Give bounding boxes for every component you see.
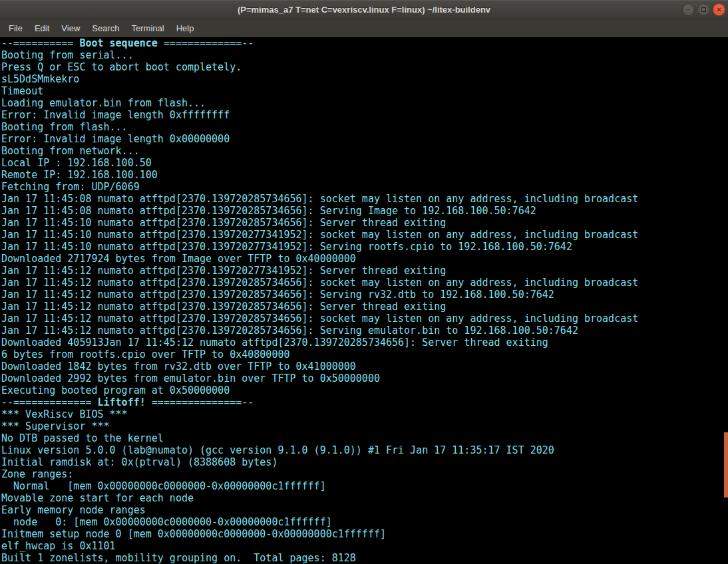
terminal-line: Loading emulator.bin from flash...	[0, 97, 728, 109]
terminal-line: Jan 17 11:45:12 numato atftpd[2370.13972…	[0, 277, 728, 289]
titlebar[interactable]: (P=mimas_a7 T=net C=vexriscv.linux F=lin…	[0, 0, 728, 19]
terminal-line: Early memory node ranges	[0, 504, 728, 516]
terminal-line: --============= Liftoff! ===============…	[0, 396, 728, 408]
terminal-line: Movable zone start for each node	[0, 492, 728, 504]
terminal-line: Jan 17 11:45:12 numato atftpd[2370.13972…	[0, 313, 728, 325]
window-controls: −✕	[682, 3, 725, 16]
terminal-line: Error: Invalid image length 0x00000000	[0, 133, 728, 145]
close-button[interactable]: ✕	[713, 3, 725, 16]
terminal-line: Local IP : 192.168.100.50	[0, 157, 728, 169]
terminal-line: Jan 17 11:45:10 numato atftpd[2370.13972…	[0, 241, 728, 253]
terminal-line: *** Supervisor ***	[0, 420, 728, 432]
terminal-line: Built 1 zonelists, mobility grouping on.…	[0, 552, 728, 564]
terminal-line: Fetching from: UDP/6069	[0, 181, 728, 193]
terminal-line: node 0: [mem 0x00000000c0000000-0x000000…	[0, 516, 728, 528]
terminal-line: sL5DdSMmkekro	[0, 73, 728, 85]
menu-item-edit[interactable]: Edit	[29, 20, 55, 37]
terminal-line: Downloaded 2717924 bytes from Image over…	[0, 253, 728, 265]
terminal-line: Jan 17 11:45:08 numato atftpd[2370.13972…	[0, 205, 728, 217]
terminal-line: Jan 17 11:45:12 numato atftpd[2370.13972…	[0, 265, 728, 277]
menu-item-search[interactable]: Search	[86, 20, 125, 37]
terminal-line: Jan 17 11:45:12 numato atftpd[2370.13972…	[0, 301, 728, 313]
terminal-line: elf_hwcap is 0x1101	[0, 540, 728, 552]
terminal-line: Downloaded 2992 bytes from emulator.bin …	[0, 372, 728, 384]
terminal-line: No DTB passed to the kernel	[0, 432, 728, 444]
scrollbar-thumb[interactable]	[724, 432, 728, 497]
terminal-line: Remote IP: 192.168.100.100	[0, 169, 728, 181]
terminal-output[interactable]: --========== Boot sequence =============…	[0, 37, 728, 564]
terminal-line: Press Q or ESC to abort boot completely.	[0, 61, 728, 73]
terminal-line: Downloaded 405913Jan 17 11:45:12 numato …	[0, 337, 728, 349]
terminal-line: Booting from serial...	[0, 49, 728, 61]
terminal-line: Executing booted program at 0x50000000	[0, 384, 728, 396]
menu-item-file[interactable]: File	[3, 20, 29, 37]
terminal-line: Booting from network...	[0, 145, 728, 157]
close-icon: ✕	[716, 7, 721, 13]
terminal-line: --========== Boot sequence =============…	[0, 37, 728, 49]
minimize-button[interactable]: −	[682, 3, 695, 16]
terminal-line: Jan 17 11:45:10 numato atftpd[2370.13972…	[0, 217, 728, 229]
minimize-icon: −	[687, 7, 691, 13]
terminal-line: Error: Invalid image length 0xffffffff	[0, 109, 728, 121]
terminal-line: Timeout	[0, 85, 728, 97]
menubar: FileEditViewSearchTerminalHelp	[0, 19, 728, 37]
terminal-lines: --========== Boot sequence =============…	[0, 37, 728, 564]
window-title: (P=mimas_a7 T=net C=vexriscv.linux F=lin…	[0, 5, 728, 15]
terminal-line: Zone ranges:	[0, 468, 728, 480]
terminal-line: Booting from flash...	[0, 121, 728, 133]
terminal-line: Jan 17 11:45:08 numato atftpd[2370.13972…	[0, 193, 728, 205]
menu-item-help[interactable]: Help	[170, 20, 200, 37]
terminal-line: Downloaded 1842 bytes from rv32.dtb over…	[0, 360, 728, 372]
menu-item-view[interactable]: View	[55, 20, 86, 37]
terminal-line: Normal [mem 0x00000000c0000000-0x0000000…	[0, 480, 728, 492]
maximize-icon	[701, 7, 706, 12]
terminal-line: Linux version 5.0.0 (lab@numato) (gcc ve…	[0, 444, 728, 456]
terminal-line: Jan 17 11:45:12 numato atftpd[2370.13972…	[0, 289, 728, 301]
menu-item-terminal[interactable]: Terminal	[126, 20, 170, 37]
terminal-line: Initial ramdisk at: 0x(ptrval) (8388608 …	[0, 456, 728, 468]
maximize-button[interactable]	[697, 3, 710, 16]
terminal-line: Initmem setup node 0 [mem 0x00000000c000…	[0, 528, 728, 540]
terminal-line: Jan 17 11:45:12 numato atftpd[2370.13972…	[0, 325, 728, 337]
terminal-line: 6 bytes from rootfs.cpio over TFTP to 0x…	[0, 349, 728, 360]
terminal-line: Jan 17 11:45:10 numato atftpd[2370.13972…	[0, 229, 728, 241]
terminal-line: *** VexRiscv BIOS ***	[0, 408, 728, 420]
